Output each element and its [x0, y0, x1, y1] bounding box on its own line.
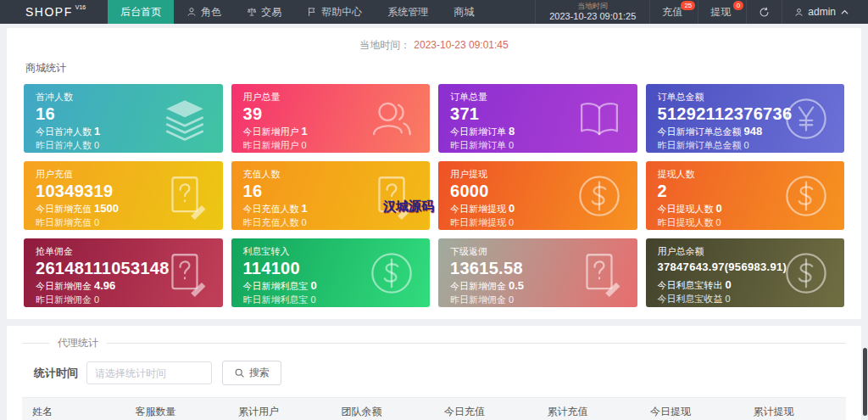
stat-card-4: 用户充值10349319今日新增充值1500昨日新增充值 0 — [24, 161, 223, 230]
recharge-button[interactable]: 充值25 — [650, 0, 698, 24]
stat-cards: 首冲人数16今日首冲人数1昨日首冲人数 0用户总量39今日新增用户1昨日新增用户… — [24, 84, 844, 307]
stat-card-1: 用户总量39今日新增用户1昨日新增用户 0 — [231, 84, 431, 153]
doc-icon — [160, 249, 209, 298]
app-logo: SHOPF V16 — [0, 0, 108, 24]
person-icon — [186, 7, 197, 17]
agent-legend-label: 代理统计 — [58, 336, 98, 350]
stat-card-0: 首冲人数16今日首冲人数1昨日首冲人数 0 — [24, 84, 223, 153]
stat-card-10: 下级返佣13615.58今日新增佣金0.5昨日新增佣金 0 — [438, 238, 637, 307]
stat-card-2: 订单总量371今日新增订单8昨日新增订单 0 — [438, 84, 637, 153]
page-scrollbar-thumb[interactable] — [863, 348, 867, 416]
stat-time-input[interactable] — [86, 361, 212, 384]
agent-legend: 代理统计 — [22, 336, 846, 350]
table-header: 累计用户 — [228, 398, 331, 420]
agent-panel: 代理统计 统计时间 搜索 姓名客服数量累计用户团队余额今日充值累计充值今日提现累… — [7, 326, 861, 420]
refresh-icon — [759, 7, 770, 18]
dollar-icon — [367, 249, 416, 298]
nav-item-0[interactable]: 后台首页 — [108, 0, 174, 24]
stats-panel: 当地时间：2023-10-23 09:01:45 商城统计 首冲人数16今日首冲… — [7, 28, 861, 319]
withdraw-button[interactable]: 提现0 — [698, 0, 747, 24]
dollar-icon — [575, 171, 624, 221]
local-time-value: 2023-10-23 09:01:25 — [549, 11, 636, 23]
doc-icon — [367, 171, 416, 221]
flag-icon — [307, 7, 317, 17]
recharge-label: 充值 — [662, 5, 682, 20]
table-header: 今日提现 — [640, 398, 743, 420]
stat-card-8: 抢单佣金26148111053148今日新增佣金4.96昨日新增佣金 0 — [24, 238, 223, 307]
withdraw-label: 提现 — [710, 5, 731, 20]
table-header: 姓名 — [22, 398, 125, 420]
book-icon — [575, 94, 624, 143]
nav-item-3[interactable]: 帮助中心 — [294, 0, 375, 24]
nav-item-2[interactable]: 交易 — [234, 0, 294, 24]
doc-icon — [160, 171, 209, 221]
page-scrollbar-track — [862, 24, 868, 420]
nav-item-1[interactable]: 角色 — [174, 0, 234, 24]
stat-card-6: 用户提现6000今日新增提现0昨日新增提现 0 — [438, 161, 637, 230]
nav-item-label: 角色 — [201, 5, 221, 20]
nav-item-4[interactable]: 系统管理 — [375, 0, 441, 24]
agent-table-header-row: 姓名客服数量累计用户团队余额今日充值累计充值今日提现累计提现 — [22, 398, 846, 420]
chevron-up-icon — [840, 8, 849, 17]
nav-item-label: 帮助中心 — [321, 5, 362, 20]
nav-item-5[interactable]: 商城 — [441, 0, 487, 24]
logo-version: V16 — [75, 4, 86, 10]
person-icon — [794, 8, 804, 17]
table-header: 客服数量 — [125, 398, 229, 420]
scales-icon — [247, 7, 257, 17]
panel-time-value: 2023-10-23 09:01:45 — [414, 39, 508, 51]
layers-icon — [160, 94, 209, 143]
refresh-button[interactable] — [747, 0, 782, 24]
section-title: 商城统计 — [25, 61, 844, 76]
dollar-icon — [782, 249, 831, 298]
nav-right: 当地时间 2023-10-23 09:01:25 充值25提现0 admin — [535, 0, 868, 24]
search-button[interactable]: 搜索 — [222, 361, 281, 385]
panel-time-label: 当地时间： — [359, 39, 410, 51]
table-header: 累计充值 — [537, 398, 641, 420]
yen-icon — [782, 94, 831, 143]
search-button-label: 搜索 — [249, 366, 270, 380]
user-menu[interactable]: admin — [782, 0, 868, 24]
stat-card-9: 利息宝转入114100今日新增利息宝0昨日新增利息宝 0 — [231, 238, 431, 307]
table-header: 累计提现 — [743, 398, 847, 420]
username: admin — [808, 6, 836, 18]
search-icon — [234, 367, 245, 378]
local-time-block: 当地时间 2023-10-23 09:01:25 — [535, 0, 650, 24]
stat-card-5: 充值人数16今日充值人数1昨日充值人数 0 — [231, 161, 431, 230]
withdraw-badge: 0 — [733, 1, 743, 10]
logo-text: SHOPF — [25, 5, 73, 19]
nav-item-label: 商城 — [453, 5, 474, 20]
agent-table: 姓名客服数量累计用户团队余额今日充值累计充值今日提现累计提现 ceshidail… — [22, 397, 846, 420]
local-time-label: 当地时间 — [577, 2, 608, 11]
dollar-icon — [782, 171, 831, 221]
nav-item-label: 系统管理 — [387, 5, 428, 20]
table-header: 今日充值 — [434, 398, 537, 420]
top-navbar: SHOPF V16 后台首页角色交易帮助中心系统管理商城 当地时间 2023-1… — [0, 0, 868, 24]
nav-item-label: 后台首页 — [120, 5, 161, 20]
filter-row: 统计时间 搜索 — [34, 361, 846, 385]
recharge-badge: 25 — [681, 1, 695, 10]
panel-local-time: 当地时间：2023-10-23 09:01:45 — [24, 33, 844, 59]
nav-quick: 充值25提现0 — [650, 0, 747, 24]
stat-card-3: 订单总金额51292112376736今日新增订单总金额948昨日新增订单总金额… — [646, 84, 845, 153]
nav-menu: 后台首页角色交易帮助中心系统管理商城 — [108, 0, 487, 24]
stat-card-7: 提现人数2今日提现人数0昨日提现人数 0 — [646, 161, 845, 230]
stat-card-11: 用户总余额37847643.97(956983.91)今日利息宝转出0今日利息宝… — [646, 238, 845, 307]
table-header: 团队余额 — [331, 398, 435, 420]
nav-item-label: 交易 — [261, 5, 281, 20]
doc-icon — [575, 249, 624, 298]
filter-label: 统计时间 — [34, 366, 78, 381]
users-icon — [367, 94, 416, 143]
